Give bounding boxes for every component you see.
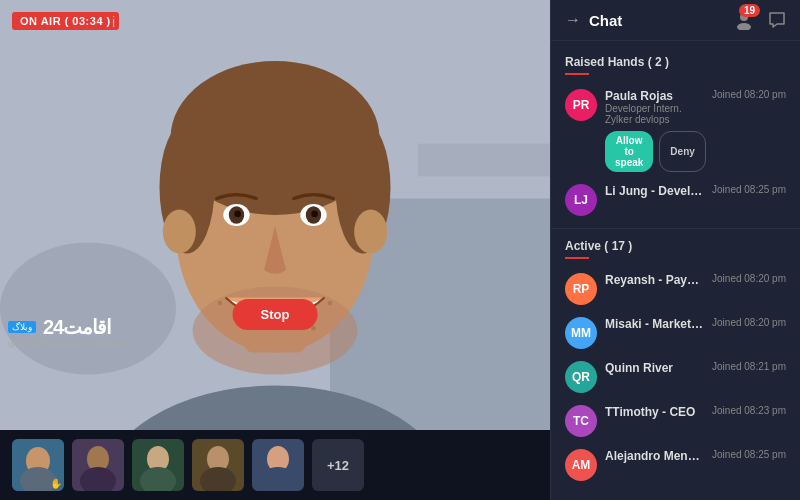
join-time-lijung: Joined 08:25 pm (712, 184, 786, 195)
video-area: ON AIR ( 03:34 ) i وبلاگ اقامت24 www.egh… (0, 0, 550, 430)
join-time-alejandro: Joined 08:25 pm (712, 449, 786, 460)
chat-back-arrow[interactable]: → (565, 11, 581, 29)
video-person-svg (0, 0, 550, 430)
participant-sub1-paula: Developer Intern. (605, 103, 704, 114)
participant-info-reyansh: Reyansh - Payments (605, 273, 704, 287)
avatar-lijung: LJ (565, 184, 597, 216)
thumbnail-4[interactable] (192, 439, 244, 491)
chat-body: Raised Hands ( 2 ) PR Paula Rojas Develo… (551, 41, 800, 500)
active-title: Active ( 17 ) (551, 235, 800, 255)
avatar-ttimothy: TC (565, 405, 597, 437)
watermark-logo: اقامت24 (43, 317, 111, 337)
participant-name-misaki: Misaki - Marketing... (605, 317, 704, 331)
participant-name-lijung: Li Jung - Developer (605, 184, 704, 198)
svg-point-24 (328, 301, 332, 305)
participant-name-reyansh: Reyansh - Payments (605, 273, 704, 287)
join-time-quinn: Joined 08:21 pm (712, 361, 786, 372)
thumbnail-3[interactable] (132, 439, 184, 491)
left-panel: ON AIR ( 03:34 ) i وبلاگ اقامت24 www.egh… (0, 0, 550, 500)
raised-hands-title: Raised Hands ( 2 ) (551, 51, 800, 71)
svg-point-11 (354, 210, 387, 254)
raised-hand-item-1[interactable]: PR Paula Rojas Developer Intern. Zylker … (551, 83, 800, 178)
thumb-face-svg-5 (252, 439, 304, 491)
thumbnail-2[interactable] (72, 439, 124, 491)
thumb-face-svg-2 (72, 439, 124, 491)
join-time-misaki: Joined 08:20 pm (712, 317, 786, 328)
thumbnail-1[interactable]: ✋ (12, 439, 64, 491)
watermark-url: www.eghamat24.com/blog (8, 339, 125, 350)
plus-badge[interactable]: +12 (312, 439, 364, 491)
svg-point-17 (234, 211, 241, 218)
svg-point-1 (0, 243, 176, 375)
info-icon[interactable]: i (112, 14, 115, 30)
thumb-face-svg-4 (192, 439, 244, 491)
deny-button[interactable]: Deny (659, 131, 705, 172)
avatar-reyansh: RP (565, 273, 597, 305)
section-separator (551, 228, 800, 229)
thumb-face-svg-3 (132, 439, 184, 491)
avatar-alejandro: AM (565, 449, 597, 481)
thumbnail-bar: ✋ (0, 430, 550, 500)
participant-name-quinn: Quinn River (605, 361, 704, 375)
watermark: وبلاگ اقامت24 www.eghamat24.com/blog (8, 317, 125, 350)
user-icon-wrap: 19 (734, 10, 754, 30)
avatar-quinn: QR (565, 361, 597, 393)
participant-info-ttimothy: TTimothy - CEO (605, 405, 704, 419)
thumbnail-5[interactable] (252, 439, 304, 491)
participant-name-ttimothy: TTimothy - CEO (605, 405, 704, 419)
participant-info-misaki: Misaki - Marketing... (605, 317, 704, 331)
join-time-paula: Joined 08:20 pm (712, 89, 786, 100)
stop-button[interactable]: Stop (233, 299, 318, 330)
participant-info-paula: Paula Rojas Developer Intern. Zylker dev… (605, 89, 704, 172)
svg-rect-3 (418, 144, 550, 177)
on-air-badge: ON AIR ( 03:34 ) (12, 12, 119, 30)
avatar-paula: PR (565, 89, 597, 121)
active-item-3[interactable]: QR Quinn River Joined 08:21 pm (551, 355, 800, 399)
allow-to-speak-button[interactable]: Allow to speak (605, 131, 653, 172)
svg-point-23 (311, 326, 315, 330)
participant-info-lijung: Li Jung - Developer (605, 184, 704, 198)
join-time-reyansh: Joined 08:20 pm (712, 273, 786, 284)
active-item-2[interactable]: MM Misaki - Marketing... Joined 08:20 pm (551, 311, 800, 355)
active-item-4[interactable]: TC TTimothy - CEO Joined 08:23 pm (551, 399, 800, 443)
right-panel: → Chat 19 Raised Hands ( 2 ) PR Paula Ro… (550, 0, 800, 500)
active-divider (565, 257, 589, 259)
join-time-ttimothy: Joined 08:23 pm (712, 405, 786, 416)
svg-point-10 (163, 210, 196, 254)
svg-point-41 (737, 23, 751, 30)
chat-title: Chat (589, 12, 726, 29)
raise-hand-icon-1: ✋ (50, 478, 62, 489)
raised-hand-item-2[interactable]: LJ Li Jung - Developer Joined 08:25 pm (551, 178, 800, 222)
participant-sub2-paula: Zylker devlops (605, 114, 704, 125)
participant-info-quinn: Quinn River (605, 361, 704, 375)
chat-header: → Chat 19 (551, 0, 800, 41)
svg-point-21 (218, 301, 222, 305)
notification-badge: 19 (739, 4, 760, 17)
raised-hands-divider (565, 73, 589, 75)
svg-point-18 (311, 211, 318, 218)
participant-name-alejandro: Alejandro Mendoza (605, 449, 704, 463)
active-item-5[interactable]: AM Alejandro Mendoza Joined 08:25 pm (551, 443, 800, 487)
video-placeholder (0, 0, 550, 430)
action-buttons-paula: Allow to speak Deny (605, 131, 704, 172)
chat-bubble-icon[interactable] (768, 11, 786, 29)
participant-name-paula: Paula Rojas (605, 89, 704, 103)
avatar-misaki: MM (565, 317, 597, 349)
active-item-1[interactable]: RP Reyansh - Payments Joined 08:20 pm (551, 267, 800, 311)
participant-info-alejandro: Alejandro Mendoza (605, 449, 704, 463)
watermark-blog-label: وبلاگ (8, 321, 36, 333)
